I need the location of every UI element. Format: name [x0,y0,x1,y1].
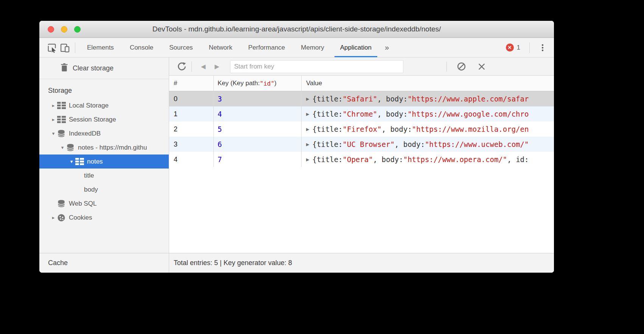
window-title: DevTools - mdn.github.io/learning-area/j… [152,25,441,33]
tree-item-label: Local Storage [69,102,109,109]
error-count[interactable]: 1 [517,44,520,52]
row-value-cell[interactable]: ▶{title: "Chrome", body: "https://www.go… [302,106,554,122]
titlebar: DevTools - mdn.github.io/learning-area/j… [39,21,554,38]
clear-storage-item[interactable]: Clear storage [39,58,169,79]
database-icon [57,129,66,138]
table-row[interactable]: 36▶{title: "UC Browser", body: "https://… [169,137,554,152]
cookie-icon [57,213,66,222]
tab-elements[interactable]: Elements [81,38,120,57]
row-key-cell: 4 [214,106,302,122]
toolbar-divider [191,61,192,72]
forward-icon[interactable]: ▶ [210,63,224,70]
expand-triangle-icon[interactable]: ▶ [306,127,309,132]
value-string-segment: "https://www.opera.com/" [403,155,507,164]
value-plain-segment: , body: [377,95,408,103]
row-index-cell: 3 [169,137,214,152]
key-path-value: "id" [260,80,275,87]
sidebar-item-cookies[interactable]: ▸ Cookies [39,211,169,225]
refresh-icon[interactable] [177,61,187,72]
sidebar-item-body[interactable]: body [39,183,169,197]
value-string-segment: "Firefox" [343,125,382,133]
database-icon [57,199,66,208]
row-index-cell: 0 [169,91,214,106]
tab-performance[interactable]: Performance [243,38,291,57]
tab-list: ElementsConsoleSourcesNetworkPerformance… [79,38,380,57]
column-header-value[interactable]: Value [302,76,554,91]
expand-triangle-icon[interactable]: ▶ [306,97,309,101]
zoom-window-button[interactable] [74,26,81,33]
value-plain-segment: , body: [395,140,425,148]
row-value-cell[interactable]: ▶{title: "Opera", body: "https://www.ope… [302,152,554,167]
value-plain-segment: {title: [312,110,342,118]
table-row[interactable]: 47▶{title: "Opera", body: "https://www.o… [169,152,554,167]
traffic-lights [48,26,81,33]
close-icon[interactable] [478,62,486,71]
device-toolbar-icon[interactable] [58,41,71,54]
start-from-key-input[interactable] [230,60,403,73]
close-window-button[interactable] [48,26,54,33]
expand-triangle-icon[interactable]: ▶ [306,112,309,117]
tab-sources[interactable]: Sources [163,38,198,57]
chevron-down-icon[interactable]: ▾ [68,159,75,164]
value-string-segment: "https://www.ucweb.com/" [425,140,529,148]
tree-item-label: Cookies [69,214,92,222]
value-plain-segment: , body: [382,125,412,133]
sidebar-item-web-sql[interactable]: Web SQL [39,197,169,211]
chevron-right-icon[interactable]: ▸ [50,215,57,220]
sidebar-item-notes[interactable]: ▾ notes [39,155,169,169]
minimize-window-button[interactable] [61,26,67,33]
tabbar-divider [75,42,75,53]
tree-item-label: body [84,186,98,194]
tab-network[interactable]: Network [203,38,238,57]
row-key-cell: 7 [214,152,302,167]
chevron-down-icon[interactable]: ▾ [59,145,66,150]
error-badge-icon[interactable]: ✕ [506,44,514,52]
chevron-down-icon[interactable]: ▾ [50,131,57,136]
row-value-cell[interactable]: ▶{title: "Safari", body: "https://www.ap… [302,91,554,106]
cache-section-header: Cache [39,253,169,273]
tab-overflow-chevron[interactable]: » [380,38,394,57]
column-header-key[interactable]: Key (Key path: "id") [214,76,302,91]
table-row[interactable]: 14▶{title: "Chrome", body: "https://www.… [169,106,554,122]
tree-item-label: Web SQL [69,200,96,208]
sidebar-item-notes-https-mdn-githu[interactable]: ▾ notes - https://mdn.githu [39,140,169,155]
expand-triangle-icon[interactable]: ▶ [306,157,309,162]
row-value-cell[interactable]: ▶{title: "UC Browser", body: "https://ww… [302,137,554,152]
chevron-right-icon[interactable]: ▸ [50,103,57,108]
key-header-suffix: ) [274,80,277,87]
sidebar-item-indexeddb[interactable]: ▾ IndexedDB [39,126,169,140]
datastore-toolbar: ◀ ▶ [169,58,554,76]
row-index-cell: 2 [169,122,214,137]
tab-memory[interactable]: Memory [295,38,330,57]
expand-triangle-icon[interactable]: ▶ [306,142,309,147]
table-row[interactable]: 25▶{title: "Firefox", body: "https://www… [169,122,554,137]
row-value-cell[interactable]: ▶{title: "Firefox", body: "https://www.m… [302,122,554,137]
tab-application[interactable]: Application [334,38,377,57]
datagrid-empty-area [169,167,554,253]
value-plain-segment: {title: [312,140,342,148]
row-index-cell: 1 [169,106,214,122]
bottom-bar: Cache Total entries: 5 | Key generator v… [39,253,554,273]
row-key-cell: 5 [214,122,302,137]
datagrid-header: # Key (Key path: "id") Value [169,76,554,91]
table-icon [57,101,66,110]
chevron-right-icon[interactable]: ▸ [50,117,57,122]
row-index-cell: 4 [169,152,214,167]
value-string-segment: "https://www.google.com/chro [408,110,529,118]
inspect-icon[interactable] [45,41,58,54]
value-plain-segment: {title: [312,125,342,133]
tree-item-label: IndexedDB [69,130,101,137]
block-icon[interactable] [457,62,466,71]
sidebar-item-local-storage[interactable]: ▸ Local Storage [39,98,169,112]
devtools-content: Clear storage Storage ▸ Local Storage▸ S… [39,58,554,253]
sidebar-item-title[interactable]: title [39,169,169,183]
table-row[interactable]: 03▶{title: "Safari", body: "https://www.… [169,91,554,106]
sidebar-item-session-storage[interactable]: ▸ Session Storage [39,112,169,126]
back-icon[interactable]: ◀ [196,63,210,70]
tree-item-label: notes - https://mdn.githu [78,144,147,151]
application-sidebar: Clear storage Storage ▸ Local Storage▸ S… [39,58,169,253]
tab-console[interactable]: Console [124,38,159,57]
value-string-segment: "https://www.apple.com/safar [408,95,529,103]
column-header-index[interactable]: # [169,76,214,91]
kebab-menu-icon[interactable] [534,44,549,52]
